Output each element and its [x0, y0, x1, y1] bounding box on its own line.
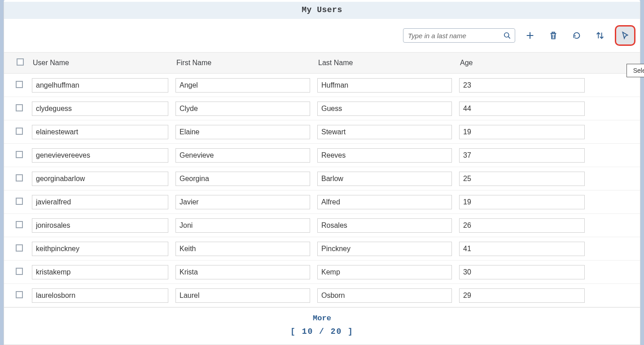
lastname-input[interactable] [317, 288, 452, 303]
refresh-icon [572, 31, 582, 40]
age-input[interactable] [459, 102, 585, 116]
col-age[interactable]: Age [456, 59, 588, 67]
trash-icon [548, 31, 558, 40]
row-checkbox[interactable] [16, 221, 23, 228]
age-input[interactable] [459, 195, 585, 209]
username-input[interactable] [32, 242, 168, 256]
select-user-button[interactable] [615, 25, 635, 46]
svg-point-0 [504, 33, 509, 37]
table-row [4, 237, 640, 261]
table-row [4, 120, 640, 144]
row-checkbox[interactable] [16, 198, 23, 205]
row-checkbox[interactable] [16, 268, 23, 275]
firstname-input[interactable] [175, 148, 310, 163]
firstname-input[interactable] [175, 218, 310, 233]
username-input[interactable] [32, 195, 168, 209]
search-button[interactable] [499, 29, 515, 42]
age-input[interactable] [459, 288, 585, 303]
col-firstname[interactable]: First Name [172, 59, 314, 67]
svg-line-1 [508, 37, 510, 39]
lastname-input[interactable] [317, 195, 452, 209]
lastname-input[interactable] [317, 102, 452, 116]
username-input[interactable] [32, 218, 168, 233]
select-all-checkbox[interactable] [17, 58, 24, 66]
table-footer: More [ 10 / 20 ] [4, 307, 640, 340]
table-row [4, 190, 640, 214]
table-row [4, 214, 640, 237]
username-input[interactable] [32, 102, 168, 116]
table-body [4, 74, 640, 307]
select-user-tooltip: Select User [626, 64, 644, 77]
row-checkbox[interactable] [16, 244, 23, 252]
toolbar: Select User [4, 19, 640, 52]
username-input[interactable] [32, 265, 168, 279]
age-input[interactable] [459, 78, 585, 93]
firstname-input[interactable] [175, 195, 310, 209]
more-link[interactable]: More [313, 314, 331, 323]
firstname-input[interactable] [175, 242, 310, 256]
age-input[interactable] [459, 265, 585, 279]
pager: [ 10 / 20 ] [4, 327, 640, 336]
lastname-input[interactable] [317, 78, 452, 93]
age-input[interactable] [459, 218, 585, 233]
firstname-input[interactable] [175, 172, 310, 186]
table-row [4, 261, 640, 284]
age-input[interactable] [459, 242, 585, 256]
table-row [4, 97, 640, 120]
row-checkbox[interactable] [16, 174, 23, 181]
lastname-input[interactable] [317, 125, 452, 139]
row-checkbox[interactable] [16, 104, 23, 111]
firstname-input[interactable] [175, 125, 310, 139]
age-input[interactable] [459, 125, 585, 139]
username-input[interactable] [32, 172, 168, 186]
col-username[interactable]: User Name [28, 59, 172, 67]
row-checkbox[interactable] [16, 151, 23, 158]
firstname-input[interactable] [175, 288, 310, 303]
row-checkbox[interactable] [16, 128, 23, 135]
refresh-button[interactable] [568, 27, 585, 44]
lastname-input[interactable] [317, 218, 452, 233]
age-input[interactable] [459, 172, 585, 186]
plus-icon [525, 31, 535, 40]
firstname-input[interactable] [175, 265, 310, 279]
table-row [4, 144, 640, 167]
table-row [4, 284, 640, 307]
row-checkbox[interactable] [16, 291, 23, 298]
lastname-input[interactable] [317, 265, 452, 279]
table-row [4, 74, 640, 97]
age-input[interactable] [459, 148, 585, 163]
search-input[interactable] [407, 31, 499, 40]
lastname-input[interactable] [317, 172, 452, 186]
lastname-input[interactable] [317, 148, 452, 163]
sort-button[interactable] [591, 27, 609, 44]
lastname-input[interactable] [317, 242, 452, 256]
table-row [4, 167, 640, 190]
username-input[interactable] [32, 125, 168, 139]
search-icon [503, 31, 512, 40]
username-input[interactable] [32, 148, 168, 163]
col-lastname[interactable]: Last Name [314, 59, 456, 67]
users-panel: My Users [4, 0, 640, 345]
table-header: User Name First Name Last Name Age [4, 52, 640, 74]
search-field-wrap [403, 28, 515, 43]
firstname-input[interactable] [175, 102, 310, 116]
row-checkbox[interactable] [16, 81, 23, 88]
username-input[interactable] [32, 288, 168, 303]
username-input[interactable] [32, 78, 168, 93]
delete-button[interactable] [545, 27, 562, 44]
cursor-icon [620, 31, 630, 40]
add-button[interactable] [521, 27, 539, 44]
page-title: My Users [4, 2, 640, 19]
firstname-input[interactable] [175, 78, 310, 93]
sort-icon [595, 31, 605, 40]
